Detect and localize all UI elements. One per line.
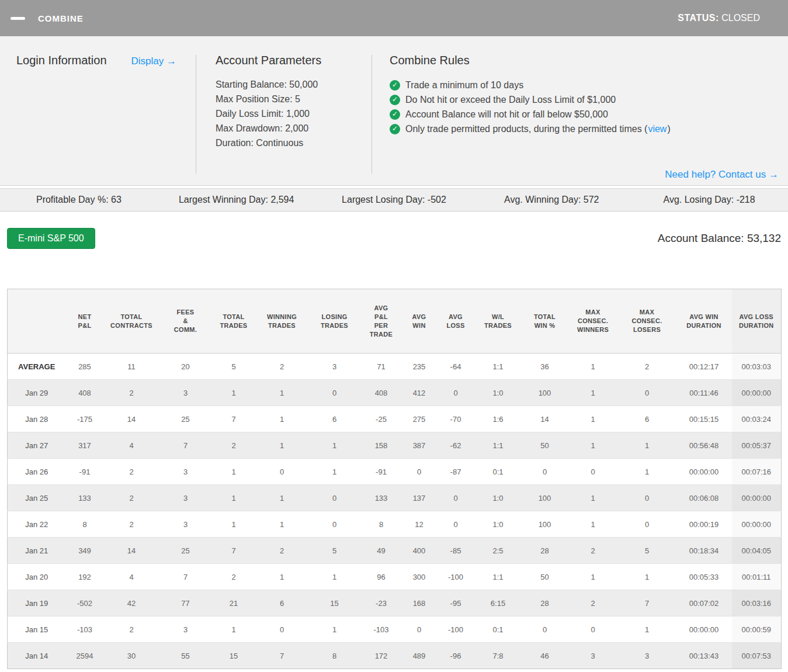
- table-cell: 275: [402, 406, 437, 432]
- combine-rule-item: ✓Only trade permitted products, during t…: [390, 122, 779, 136]
- combine-rules-list: ✓Trade a minimum of 10 days✓Do Not hit o…: [390, 78, 779, 136]
- table-cell: 11: [104, 354, 159, 380]
- account-balance: Account Balance: 53,132: [658, 232, 781, 245]
- view-link[interactable]: view: [647, 124, 667, 134]
- table-cell: 3: [159, 485, 212, 511]
- column-header-line: DURATION: [676, 321, 732, 330]
- contact-us-link[interactable]: Need help? Contact us →: [665, 169, 779, 180]
- table-cell: 1: [212, 485, 256, 511]
- combine-rules-panel: Combine Rules ✓Trade a minimum of 10 day…: [372, 54, 788, 185]
- table-cell: 1: [568, 564, 618, 590]
- table-cell: 2: [212, 564, 256, 590]
- account-parameters-panel: Account Parameters Starting Balance: 50,…: [196, 54, 372, 185]
- table-cell: 5: [308, 538, 361, 564]
- table-cell: 1:1: [475, 354, 522, 380]
- account-parameter-item: Starting Balance: 50,000: [216, 77, 372, 92]
- column-header-line: LOSING: [308, 313, 361, 321]
- table-cell: 21: [212, 590, 256, 616]
- table-cell: 25: [159, 538, 212, 564]
- account-parameters-list: Starting Balance: 50,000Max Position Siz…: [216, 77, 372, 150]
- status-label: STATUS:: [678, 13, 718, 23]
- table-cell: 14: [522, 406, 568, 432]
- table-cell: 00:13:43: [676, 643, 732, 669]
- table-cell: 8: [66, 511, 104, 538]
- table-cell: -64: [437, 354, 475, 380]
- table-cell: -91: [66, 459, 104, 485]
- table-cell: 2: [104, 485, 159, 511]
- table-cell: 0: [437, 485, 475, 511]
- table-cell: 00:56:48: [676, 432, 732, 459]
- table-cell: 1:1: [475, 564, 522, 590]
- info-section: Login Information Display → Account Para…: [0, 36, 788, 186]
- column-header-line: TRADE: [361, 330, 402, 339]
- row-label: Jan 28: [8, 406, 66, 432]
- row-label: Jan 21: [8, 538, 66, 564]
- column-header-line: WINNING: [256, 313, 308, 321]
- table-cell: 20: [159, 354, 212, 380]
- daily-results-table: NETP&LTOTALCONTRACTSFEES&COMM.TOTALTRADE…: [7, 289, 782, 669]
- combine-rule-item: ✓Do Not hit or exceed the Daily Loss Lim…: [390, 92, 779, 107]
- table-row: Jan 28-1751425716-25275-701:6141600:15:1…: [8, 406, 782, 432]
- table-cell: 1:0: [475, 511, 522, 538]
- table-cell: 1: [308, 616, 361, 643]
- table-cell: 2: [618, 354, 676, 380]
- table-cell: -100: [437, 564, 475, 590]
- instrument-button[interactable]: E-mini S&P 500: [7, 228, 95, 249]
- table-cell: 3: [159, 616, 212, 643]
- table-cell: 317: [66, 432, 104, 459]
- row-label: Jan 26: [8, 459, 66, 485]
- view-link[interactable]: [608, 109, 609, 119]
- table-cell: 0: [618, 380, 676, 406]
- table-cell: 6: [618, 406, 676, 432]
- table-cell: 0: [522, 616, 568, 643]
- table-cell: 387: [402, 432, 437, 459]
- table-row: Jan 15-10323101-1030-1000:100100:00:0000…: [8, 616, 782, 643]
- table-cell: 2: [568, 538, 618, 564]
- table-cell: 3: [159, 511, 212, 538]
- table-cell: 7: [212, 406, 256, 432]
- table-row: Jan 14259430551578172489-967:8463300:13:…: [8, 643, 782, 669]
- row-label: AVERAGE: [8, 354, 66, 380]
- table-cell: -100: [437, 616, 475, 643]
- table-cell: 0: [308, 380, 361, 406]
- table-cell: 00:04:05: [732, 538, 782, 564]
- table-cell: 28: [522, 590, 568, 616]
- view-link[interactable]: [523, 80, 525, 90]
- table-cell: 28: [522, 538, 568, 564]
- table-cell: 1:1: [475, 432, 522, 459]
- table-cell: -87: [437, 459, 475, 485]
- table-cell: 1: [256, 485, 308, 511]
- table-cell: 30: [104, 643, 159, 669]
- account-parameter-item: Max Position Size: 5: [216, 92, 372, 106]
- column-header-line: AVG: [361, 304, 402, 313]
- view-link[interactable]: [616, 95, 617, 105]
- table-cell: 489: [402, 643, 437, 669]
- collapse-icon[interactable]: [11, 17, 25, 20]
- table-cell: 0: [308, 485, 361, 511]
- column-header-line: COMM.: [159, 325, 212, 334]
- table-row: Jan 26-9123101-910-870:100100:00:0000:07…: [8, 459, 782, 485]
- table-cell: 285: [66, 354, 104, 380]
- table-cell: 00:07:16: [732, 459, 782, 485]
- table-cell: 1:0: [475, 380, 522, 406]
- column-header-line: FEES: [159, 308, 212, 317]
- column-header-line: MAX: [568, 308, 618, 317]
- column-header-line: TRADES: [475, 321, 522, 330]
- row-label: Jan 19: [8, 590, 66, 616]
- table-cell: 137: [402, 485, 437, 511]
- column-header: MAXCONSEC.LOSERS: [618, 289, 676, 354]
- table-cell: 2:5: [475, 538, 522, 564]
- table-cell: 0:1: [475, 616, 522, 643]
- display-link[interactable]: Display →: [131, 56, 176, 67]
- table-cell: 412: [402, 380, 437, 406]
- column-header-line: MAX: [618, 308, 676, 317]
- table-cell: 0: [618, 485, 676, 511]
- column-header: TOTALWIN %: [522, 289, 568, 354]
- table-cell: 25: [159, 406, 212, 432]
- table-cell: 349: [66, 538, 104, 564]
- column-header-line: CONSEC.: [568, 317, 618, 325]
- table-cell: 6: [308, 406, 361, 432]
- table-cell: 1: [618, 432, 676, 459]
- row-label: Jan 27: [8, 432, 66, 459]
- column-header-line: W/L: [475, 313, 522, 321]
